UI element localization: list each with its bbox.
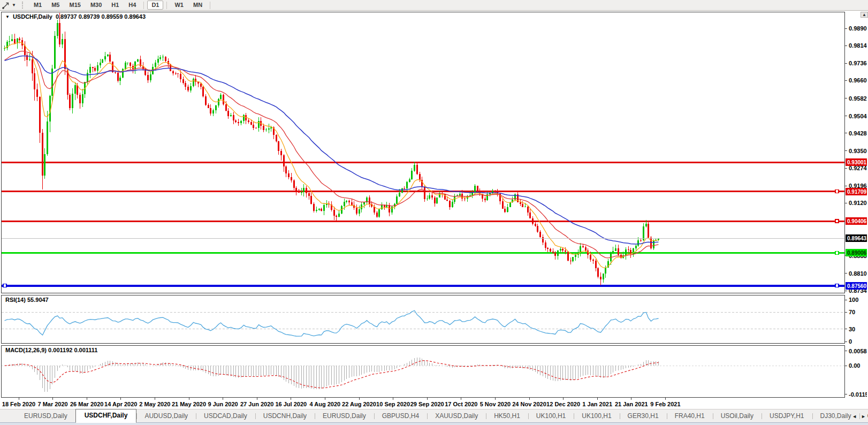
rsi-tick-label: 0 (849, 338, 852, 345)
ma-mid-line (5, 51, 659, 258)
timeframe-button-m5[interactable]: M5 (47, 1, 64, 10)
main-panel-border (2, 12, 845, 293)
symbol-period-label: USDCHF,Daily (13, 13, 52, 20)
toolbar-grip[interactable] (22, 2, 26, 9)
chevron-down-icon: ▼ (12, 3, 16, 7)
tab-scroll-right-icon[interactable]: ► (861, 414, 866, 419)
macd-tick-label: 0.00 (849, 362, 860, 369)
rsi-indicator-label: RSI(14) 55.9047 (5, 297, 49, 303)
date-label: 2 May 2020 (139, 401, 170, 407)
tab-usdjpy-h1[interactable]: USDJPY,H1 (762, 410, 812, 422)
date-label: 17 Oct 2020 (445, 401, 477, 407)
tab-audusd-daily[interactable]: AUDUSD,Daily (136, 410, 196, 422)
date-label: 7 Mar 2020 (37, 401, 67, 407)
candlestick-series (4, 13, 659, 285)
macd-histogram (5, 358, 659, 392)
scroll-up-icon[interactable]: ▲ (861, 12, 868, 18)
tab-hk50-h1[interactable]: HK50,H1 (486, 410, 528, 422)
hline-handle-0.90406[interactable] (835, 219, 839, 223)
price-badge-0.87560-text: 0.87560 (847, 283, 867, 289)
rsi-line (5, 310, 659, 336)
date-label: 12 Dec 2020 (546, 401, 580, 407)
crosshair-cursor-icon (2, 1, 10, 10)
timeframe-button-mn[interactable]: MN (189, 1, 207, 10)
date-label: 18 Feb 2020 (2, 401, 35, 407)
date-label: 24 Nov 2020 (512, 401, 546, 407)
current-price-badge-text: 0.89643 (847, 236, 867, 241)
tab-usdcnh-daily[interactable]: USDCNH,Daily (255, 410, 315, 422)
price-badge-0.90406-text: 0.90406 (847, 218, 867, 224)
date-label: 14 Apr 2020 (104, 401, 137, 407)
tab-uk100-h1[interactable]: UK100,H1 (528, 410, 574, 422)
price-badge-0.91709-text: 0.91709 (847, 189, 867, 195)
price-badge-0.89006-text: 0.89006 (847, 250, 867, 256)
chart-window: 0.989000.981400.973600.966000.958200.950… (1, 11, 867, 409)
date-label: 22 Aug 2020 (342, 401, 376, 407)
crosshair-tool-button[interactable]: ▼ (0, 1, 18, 10)
price-axis[interactable]: 0.989000.981400.973600.966000.958200.950… (844, 25, 867, 398)
ma-slow-line (5, 56, 659, 244)
date-label: 26 Mar 2020 (70, 401, 103, 407)
toolbar-separator (210, 2, 210, 9)
price-tick-label: 0.91200 (849, 200, 867, 206)
rsi-tick-label: 70 (849, 309, 855, 315)
rsi-value: 55.9047 (27, 297, 49, 303)
tab-scroll-left-icon[interactable]: ◄ (852, 414, 857, 419)
rsi-tick-label: 30 (849, 326, 855, 332)
date-label: 29 Sep 2020 (410, 401, 444, 407)
chart-title: ▼ USDCHF,Daily 0.89737 0.89739 0.89559 0… (5, 13, 146, 20)
macd-values: 0.001192 0.001111 (48, 347, 97, 353)
date-label: 10 Sep 2020 (376, 401, 410, 407)
toolbar-separator (143, 2, 144, 9)
price-tick-label: 0.94280 (849, 130, 867, 136)
tab-fra40-h1[interactable]: FRA40,H1 (667, 410, 713, 422)
timeframe-button-h1[interactable]: H1 (107, 1, 123, 10)
date-label: 4 Aug 2020 (310, 401, 341, 407)
date-label: 9 Jun 2020 (208, 401, 238, 407)
price-tick-label: 0.93500 (849, 148, 867, 154)
chart-tab-bar: EURUSD,DailyUSDCHF,DailyAUDUSD,DailyUSDC… (0, 409, 868, 422)
hline-handle-0.89006[interactable] (835, 251, 839, 254)
timeframe-button-d1[interactable]: D1 (147, 1, 163, 10)
tab-eurusd-daily[interactable]: EURUSD,Daily (16, 410, 75, 422)
price-badge-0.93001-text: 0.93001 (847, 160, 867, 165)
macd-tick-label: -0.011514 (849, 391, 867, 398)
timeframe-button-m1[interactable]: M1 (29, 1, 46, 10)
collapse-triangle-icon[interactable]: ▼ (5, 14, 10, 19)
tab-eurusd-daily[interactable]: EURUSD,Daily (315, 410, 374, 422)
tab-usdchf-daily[interactable]: USDCHF,Daily (75, 409, 137, 423)
rsi-name: RSI(14) (5, 297, 26, 303)
date-label: 21 Jan 2021 (615, 401, 648, 407)
macd-tick-label: 0.005818 (849, 348, 867, 354)
date-label: 1 Jan 2021 (582, 401, 612, 407)
tab-gbpusd-h4[interactable]: GBPUSD,H4 (374, 410, 427, 422)
price-tick-label: 0.95040 (849, 113, 867, 119)
hline-handle-0.91709[interactable] (835, 190, 839, 193)
ohlc-values: 0.89737 0.89739 0.89559 0.89643 (56, 13, 146, 20)
ma-fast-line (5, 42, 659, 268)
price-chart-canvas[interactable]: 0.989000.981400.973600.966000.958200.950… (1, 11, 867, 409)
price-tick-label: 0.97360 (849, 60, 867, 66)
tab-uk100-h1[interactable]: UK100,H1 (574, 410, 619, 422)
tab-usoil-daily[interactable]: USOil,Daily (713, 410, 762, 422)
date-label: 9 Feb 2021 (650, 401, 680, 407)
price-tick-label: 0.96600 (849, 77, 867, 84)
timeframe-button-m30[interactable]: M30 (86, 1, 106, 10)
hline-handle-left-0.87560[interactable] (3, 284, 6, 287)
tab-ger30-h1[interactable]: GER30,H1 (620, 410, 667, 422)
price-tick-label: 0.98140 (849, 42, 867, 49)
hline-handle-0.87560[interactable] (835, 284, 839, 287)
timeframe-button-w1[interactable]: W1 (170, 1, 188, 10)
price-tick-label: 0.88100 (849, 270, 867, 277)
timeframe-button-m15[interactable]: M15 (65, 1, 85, 10)
date-label: 5 Nov 2020 (480, 401, 511, 407)
price-tick-label: 0.95820 (849, 95, 867, 102)
tab-xauusd-daily[interactable]: XAUUSD,Daily (427, 410, 486, 422)
date-label: 16 Jul 2020 (275, 401, 307, 407)
macd-indicator-label: MACD(12,26,9) 0.001192 0.001111 (5, 347, 97, 353)
tab-usdcad-daily[interactable]: USDCAD,Daily (196, 410, 255, 422)
timeframe-toolbar: ▼ M1M5M15M30H1H4D1W1MN (0, 0, 868, 11)
timeframe-button-h4[interactable]: H4 (124, 1, 140, 10)
horizontal-lines (2, 162, 844, 287)
date-axis[interactable]: 18 Feb 20207 Mar 202026 Mar 202014 Apr 2… (2, 397, 681, 407)
